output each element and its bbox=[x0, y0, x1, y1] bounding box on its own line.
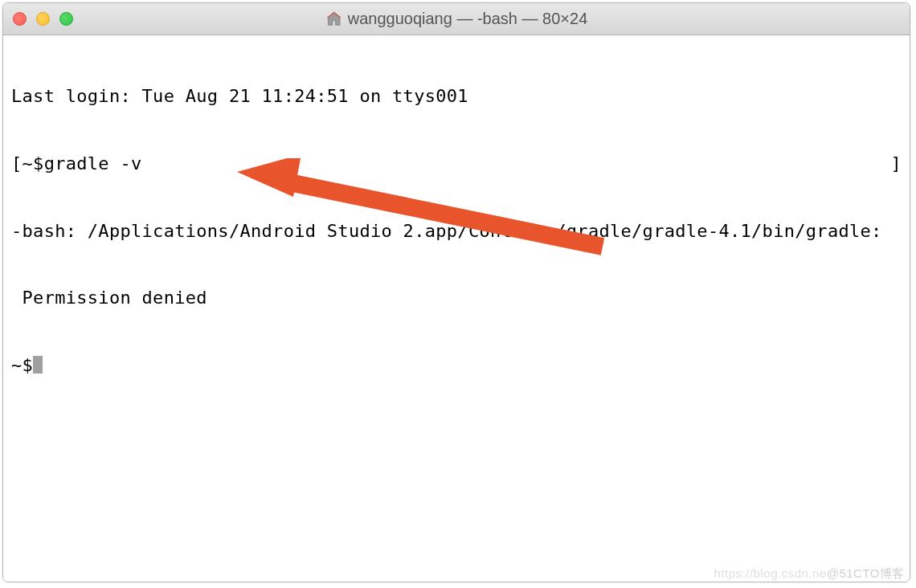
terminal-line-output-2: Permission denied bbox=[11, 287, 902, 309]
bracket-right: ] bbox=[890, 153, 902, 175]
prompt: ~$ bbox=[11, 355, 33, 375]
command-text: gradle -v bbox=[44, 153, 142, 174]
minimize-button[interactable] bbox=[36, 12, 50, 26]
bracket-left: [ bbox=[11, 153, 22, 174]
watermark-brand: @51CTO博客 bbox=[827, 566, 905, 580]
window-title-container: wangguoqiang — -bash — 80×24 bbox=[325, 10, 588, 28]
terminal-line-login: Last login: Tue Aug 21 11:24:51 on ttys0… bbox=[11, 85, 902, 108]
terminal-line-output-1: -bash: /Applications/Android Studio 2.ap… bbox=[11, 220, 902, 243]
terminal-line-prompt: ~$ bbox=[11, 354, 902, 377]
traffic-lights bbox=[13, 12, 73, 26]
watermark-url: https://blog.csdn.ne bbox=[714, 566, 827, 580]
close-button[interactable] bbox=[13, 12, 27, 26]
terminal-window: wangguoqiang — -bash — 80×24 Last login:… bbox=[2, 2, 910, 582]
watermark: https://blog.csdn.ne@51CTO博客 bbox=[714, 566, 905, 582]
home-icon bbox=[325, 10, 343, 28]
prompt: ~$ bbox=[22, 153, 44, 174]
terminal-line-command: [~$gradle -v] bbox=[11, 153, 902, 175]
cursor bbox=[33, 356, 43, 374]
maximize-button[interactable] bbox=[59, 12, 73, 26]
window-titlebar[interactable]: wangguoqiang — -bash — 80×24 bbox=[3, 3, 910, 35]
terminal-content[interactable]: Last login: Tue Aug 21 11:24:51 on ttys0… bbox=[3, 35, 910, 582]
window-title: wangguoqiang — -bash — 80×24 bbox=[348, 10, 588, 28]
